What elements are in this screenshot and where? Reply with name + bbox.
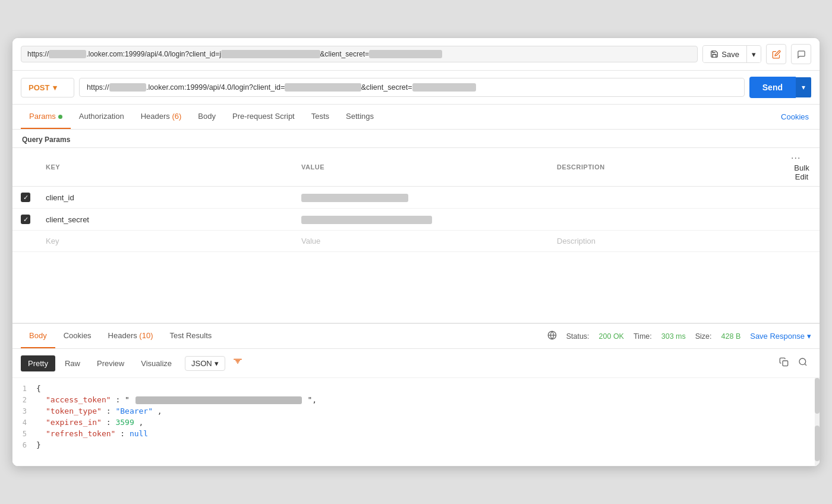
row2-value [301, 216, 432, 224]
empty-desc-placeholder: Description [557, 237, 595, 245]
empty-key-cell[interactable]: Key [39, 231, 294, 252]
request-tabs-row: Params Authorization Headers (6) Body Pr… [12, 105, 820, 130]
request-row: POST ▾ https:// .looker.com:19999/api/4.… [12, 71, 820, 105]
table-row: ✓ client_secret [12, 209, 820, 231]
empty-space [12, 252, 820, 323]
format-select-json[interactable]: JSON ▾ [185, 356, 225, 371]
row2-key: client_secret [46, 215, 89, 224]
method-label: POST [29, 83, 49, 92]
address-bar-url: https:// .looker.com:19999/api/4.0/login… [21, 46, 698, 62]
status-globe-icon [547, 330, 557, 342]
svg-line-8 [805, 364, 806, 366]
format-tab-preview[interactable]: Preview [90, 355, 131, 371]
line-num-5: 5 [12, 430, 36, 438]
tab-headers[interactable]: Headers (6) [133, 105, 190, 129]
col-check-header [12, 148, 39, 187]
json-line-3: 3 "token_type" : "Bearer" , [12, 405, 820, 417]
bottom-tab-headers[interactable]: Headers (10) [100, 324, 162, 348]
status-value: 200 OK [599, 332, 624, 341]
cookies-link[interactable]: Cookies [779, 105, 811, 128]
more-actions-btn[interactable]: ··· [791, 153, 801, 163]
send-chevron-btn[interactable]: ▾ [796, 77, 811, 97]
query-params-label: Query Params [12, 130, 820, 147]
empty-check-cell [12, 231, 39, 252]
bottom-tab-test-results[interactable]: Test Results [161, 324, 220, 348]
tab-tests[interactable]: Tests [303, 105, 338, 129]
address-bar-row: https:// .looker.com:19999/api/4.0/login… [12, 38, 820, 71]
empty-value-placeholder: Value [301, 237, 320, 245]
row2-desc-cell [550, 209, 784, 231]
horizontal-scrollbar-area [12, 456, 820, 461]
time-label: Time: [634, 332, 652, 341]
empty-actions-cell [784, 231, 820, 252]
comment-icon [797, 50, 806, 59]
request-url[interactable]: https:// .looker.com:19999/api/4.0/login… [79, 78, 745, 97]
format-select-chevron: ▾ [215, 359, 219, 368]
save-icon [710, 50, 718, 58]
tab-pre-request[interactable]: Pre-request Script [224, 105, 303, 129]
json-line-5: 5 "refresh_token" : null [12, 428, 820, 439]
col-actions-header: ··· Bulk Edit [784, 148, 820, 187]
bottom-tab-cookies[interactable]: Cookies [55, 324, 100, 348]
row1-actions-cell [784, 187, 820, 209]
json-line-4: 4 "expires_in" : 3599 , [12, 417, 820, 428]
row2-key-cell: client_secret [39, 209, 294, 231]
save-label: Save [721, 50, 739, 59]
response-meta: Status: 200 OK Time: 303 ms Size: 428 B … [547, 330, 811, 342]
row1-key: client_id [46, 193, 74, 202]
row1-value [301, 194, 408, 202]
comment-icon-btn[interactable] [791, 44, 811, 64]
bottom-tab-body[interactable]: Body [21, 324, 55, 348]
line-num-4: 4 [12, 418, 36, 427]
filter-lines-btn[interactable] [228, 354, 248, 373]
format-select-label: JSON [191, 359, 212, 368]
params-table: KEY VALUE DESCRIPTION ··· Bulk Edit ✓ [12, 147, 820, 252]
row1-checkbox-box[interactable]: ✓ [21, 193, 30, 202]
params-dot [58, 115, 62, 119]
svg-point-7 [799, 358, 806, 365]
search-icon [798, 357, 808, 367]
col-key-header: KEY [39, 148, 294, 187]
json-line-6: 6 } [12, 439, 820, 451]
row1-desc-cell [550, 187, 784, 209]
format-row: Pretty Raw Preview Visualize JSON ▾ [12, 349, 820, 378]
edit-icon-btn[interactable] [766, 44, 786, 64]
empty-desc-cell[interactable]: Description [550, 231, 784, 252]
row2-value-cell [294, 209, 550, 231]
empty-value-cell[interactable]: Value [294, 231, 550, 252]
row2-checkbox-box[interactable]: ✓ [21, 215, 30, 224]
line-num-6: 6 [12, 441, 36, 449]
copy-btn[interactable] [776, 355, 792, 371]
tab-settings[interactable]: Settings [338, 105, 382, 129]
bulk-edit-btn[interactable]: Bulk Edit [791, 163, 812, 181]
row1-check-cell: ✓ [12, 187, 39, 209]
row1-checkbox[interactable]: ✓ [20, 193, 31, 202]
save-button[interactable]: Save [703, 46, 746, 62]
col-desc-header: DESCRIPTION [550, 148, 784, 187]
scrollbar-thumb[interactable] [815, 378, 820, 414]
size-value: 428 B [721, 332, 741, 341]
search-btn[interactable] [795, 355, 811, 371]
vertical-scrollbar-thumb-bottom[interactable] [815, 426, 820, 461]
table-row: ✓ client_id [12, 187, 820, 209]
line-num-3: 3 [12, 407, 36, 415]
line-num-1: 1 [12, 385, 36, 393]
main-window: https:// .looker.com:19999/api/4.0/login… [12, 37, 820, 467]
save-response-btn[interactable]: Save Response ▾ [750, 332, 811, 341]
tab-body[interactable]: Body [190, 105, 224, 129]
format-tab-raw[interactable]: Raw [58, 355, 87, 371]
method-select[interactable]: POST ▾ [21, 78, 74, 97]
col-value-header: VALUE [294, 148, 550, 187]
format-tab-visualize[interactable]: Visualize [134, 355, 179, 371]
row2-check-cell: ✓ [12, 209, 39, 231]
tab-params[interactable]: Params [21, 105, 71, 129]
row1-key-cell: client_id [39, 187, 294, 209]
bottom-tabs-row: Body Cookies Headers (10) Test Results S… [12, 324, 820, 349]
send-button-group: Send ▾ [749, 77, 811, 98]
save-chevron-btn[interactable]: ▾ [747, 46, 761, 62]
send-button[interactable]: Send [749, 77, 796, 98]
tab-authorization[interactable]: Authorization [71, 105, 133, 129]
row2-checkbox[interactable]: ✓ [20, 215, 31, 224]
edit-icon [772, 50, 781, 59]
format-tab-pretty[interactable]: Pretty [21, 355, 55, 371]
